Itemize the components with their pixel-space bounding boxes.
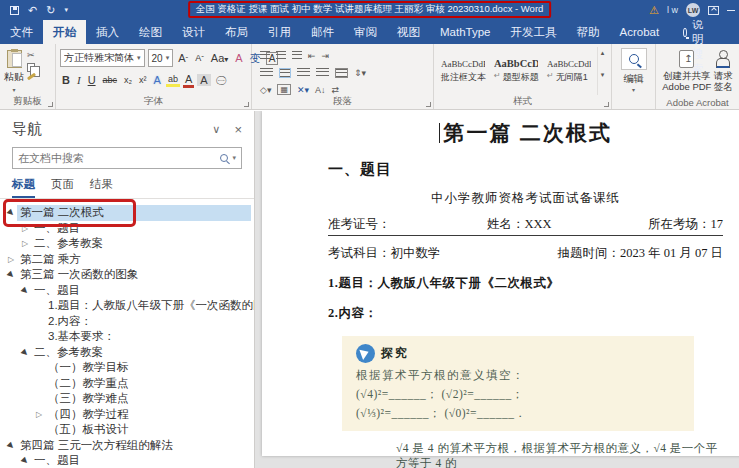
avatar[interactable]: LW — [686, 3, 700, 17]
editing-button[interactable] — [621, 48, 647, 70]
nav-options-chevron-icon[interactable]: ∨ — [212, 123, 220, 136]
distribute-icon[interactable] — [335, 68, 348, 78]
tab-insert[interactable]: 插入 — [86, 20, 129, 44]
expand-arrow-icon[interactable]: ▶ — [17, 345, 32, 360]
nav-tree-item[interactable]: ▷第二篇 乘方 — [0, 252, 254, 268]
nav-search-box[interactable]: ▾ — [12, 147, 242, 169]
nav-tree-item[interactable]: ▶二、参考教案 — [0, 345, 254, 361]
bullets-icon[interactable] — [260, 51, 270, 61]
copy-icon[interactable] — [27, 63, 35, 72]
collapse-arrow-icon[interactable]: ▷ — [22, 221, 28, 237]
multilevel-list-icon[interactable] — [292, 51, 302, 61]
undo-icon[interactable]: ↶ — [28, 4, 37, 17]
expand-arrow-icon[interactable]: ▶ — [3, 267, 18, 282]
line-spacing-icon[interactable]: ⇕▾ — [354, 68, 366, 78]
align-center-icon[interactable] — [279, 68, 291, 78]
tab-developer[interactable]: 开发工具 — [501, 20, 567, 44]
nav-tree-item[interactable]: （二）教学重点 — [0, 376, 254, 392]
font-dialog-launcher[interactable] — [244, 102, 249, 107]
align-left-icon[interactable] — [260, 68, 273, 78]
paste-button[interactable]: 粘贴 ▾ — [4, 47, 24, 95]
redo-icon[interactable]: ↻ — [46, 4, 55, 17]
tab-design[interactable]: 设计 — [172, 20, 215, 44]
nav-tree-item[interactable]: 1.题目：人教版八年级下册《一次函数的图象》 — [0, 298, 254, 314]
nav-tree-item[interactable]: （三）教学难点 — [0, 391, 254, 407]
clipboard-dialog-launcher[interactable] — [48, 102, 53, 107]
minimize-icon[interactable] — [727, 10, 735, 11]
tab-mailings[interactable]: 邮件 — [301, 20, 344, 44]
nav-tree-item[interactable]: 3.基本要求： — [0, 329, 254, 345]
nav-tree-item[interactable]: ▶一、题目 — [0, 283, 254, 299]
style-question-title[interactable]: AaBbCcDd ↵题型标题 — [491, 47, 541, 95]
nav-tree-item[interactable]: ▷二、参考教案 — [0, 236, 254, 252]
asian-layout-icon[interactable]: ✕▾ — [297, 85, 309, 95]
expand-arrow-icon[interactable]: ▶ — [17, 283, 32, 298]
nav-tree-item[interactable]: ▶第四篇 三元一次方程组的解法 — [0, 438, 254, 454]
style-comment-text[interactable]: AaBbCcDdEe 批注框文本 — [438, 47, 488, 95]
highlight-color-icon[interactable]: ab — [166, 74, 180, 87]
clear-formatting-icon[interactable]: A — [233, 52, 244, 64]
expand-arrow-icon[interactable]: ▶ — [3, 438, 18, 453]
grow-font-icon[interactable]: Aˆ — [176, 52, 190, 64]
paste-dropdown-icon[interactable]: ▾ — [12, 86, 15, 93]
italic-icon[interactable]: I — [75, 74, 83, 86]
text-effects-icon[interactable]: A — [152, 74, 163, 86]
nav-tree-item[interactable]: 2.内容： — [0, 314, 254, 330]
tab-layout[interactable]: 布局 — [215, 20, 258, 44]
styles-scrollbar[interactable]: ▴ ▾ — [597, 47, 607, 95]
tab-home[interactable]: 开始 — [43, 20, 86, 44]
warning-icon[interactable]: ⚠ — [649, 4, 659, 17]
nav-search-dropdown-icon[interactable]: ▾ — [232, 154, 236, 162]
enclose-characters-icon[interactable]: ㊀ — [214, 73, 229, 88]
tab-draw[interactable]: 绘图 — [129, 20, 172, 44]
style-no-spacing[interactable]: AaBbCcDdl ↵无间隔1 — [544, 47, 594, 95]
nav-search-input[interactable] — [18, 152, 220, 164]
styles-dialog-launcher[interactable] — [604, 102, 609, 107]
tab-mathtype[interactable]: MathType — [430, 20, 501, 44]
paragraph-dialog-launcher[interactable] — [426, 102, 431, 107]
font-name-combo[interactable]: 方正特雅宋简体 ▾ — [60, 49, 145, 67]
tab-references[interactable]: 引用 — [258, 20, 301, 44]
show-hide-marks-icon[interactable]: ⇄ — [332, 85, 340, 95]
request-signatures-button[interactable]: 请求签名 — [714, 47, 733, 95]
underline-icon[interactable]: U — [86, 74, 98, 86]
bold-icon[interactable]: B — [60, 74, 72, 86]
tab-view[interactable]: 视图 — [387, 20, 430, 44]
tab-review[interactable]: 审阅 — [344, 20, 387, 44]
styles-scroll-up-icon[interactable]: ▴ — [601, 49, 605, 57]
ribbon-display-options-icon[interactable] — [708, 6, 719, 15]
font-color-icon[interactable]: A — [183, 73, 194, 88]
nav-tab-pages[interactable]: 页面 — [51, 177, 74, 198]
expand-arrow-icon[interactable]: ▶ — [17, 453, 32, 468]
numbering-icon[interactable] — [276, 51, 286, 61]
nav-tree-item[interactable]: （一）教学目标 — [0, 360, 254, 376]
customize-qat-icon[interactable]: ▾ — [64, 6, 68, 14]
shading-bucket-icon[interactable]: ◇▾ — [260, 85, 271, 95]
nav-tab-headings[interactable]: 标题 — [12, 177, 35, 198]
shrink-font-icon[interactable]: Aˇ — [193, 53, 206, 63]
font-size-combo[interactable]: 20 ▾ — [148, 49, 174, 67]
tell-me-search[interactable]: 操作说明搜索 — [683, 20, 739, 44]
collapse-arrow-icon[interactable]: ▷ — [8, 252, 14, 268]
justify-icon[interactable] — [316, 68, 329, 78]
tab-acrobat[interactable]: Acrobat — [610, 20, 670, 44]
document-page[interactable]: 第一篇 二次根式 一、题目 中小学教师资格考试面试备课纸 准考证号： 姓名：XX… — [262, 111, 739, 456]
nav-tree-item[interactable]: ▶第三篇 一次函数的图象 — [0, 267, 254, 283]
decrease-indent-icon[interactable]: ⇤ — [308, 51, 316, 61]
nav-tree-item[interactable]: ▷一、题目 — [0, 221, 254, 237]
save-icon[interactable] — [10, 6, 19, 15]
subscript-icon[interactable]: x₂ — [122, 75, 134, 85]
collapse-arrow-icon[interactable]: ▷ — [22, 236, 28, 252]
nav-close-icon[interactable]: × — [234, 122, 242, 137]
character-shading-icon[interactable]: A — [197, 74, 210, 86]
tab-help[interactable]: 帮助 — [567, 20, 610, 44]
superscript-icon[interactable]: x² — [137, 75, 149, 85]
collapse-arrow-icon[interactable]: ▷ — [36, 407, 42, 423]
editing-dropdown-icon[interactable]: ▾ — [616, 86, 651, 93]
sort-icon[interactable]: A↓ — [315, 85, 326, 95]
strikethrough-icon[interactable]: abc — [101, 75, 120, 85]
borders-icon[interactable]: ▦ — [277, 84, 291, 95]
tab-file[interactable]: 文件 — [0, 20, 43, 44]
nav-tab-results[interactable]: 结果 — [90, 177, 113, 198]
nav-tree-item-selected[interactable]: ▶ 第一篇 二次根式 — [0, 205, 254, 221]
